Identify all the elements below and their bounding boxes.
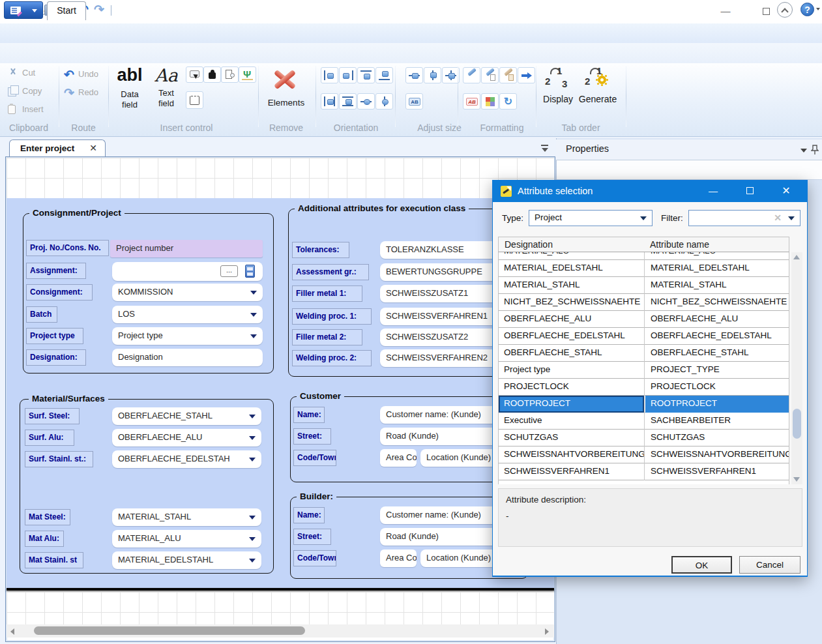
attribute-cell[interactable]: SACHBEARBEITER [645, 413, 789, 430]
table-row[interactable]: MATERIAL_EDELSTAHLMATERIAL_EDELSTAHL [499, 260, 789, 277]
same-height-button[interactable] [424, 67, 441, 83]
scroll-right-arrow-icon[interactable] [545, 628, 549, 635]
attribute-cell[interactable]: MATERIAL_EDELSTAHL [645, 260, 789, 277]
attribute-cell[interactable]: ROOTPROJECT [645, 396, 789, 413]
batch-dropdown[interactable]: LOS [112, 306, 263, 323]
insert-image-control-button[interactable]: Ψ [239, 66, 256, 83]
table-row[interactable]: MATERIAL_STAHLMATERIAL_STAHL [499, 277, 789, 294]
table-row[interactable]: OBERFLAECHE_ALUOBERFLAECHE_ALU [499, 311, 789, 328]
mat-stainless-dropdown[interactable]: MATERIAL_EDELSTAHL [112, 551, 261, 569]
redo-button[interactable]: ↷ [94, 3, 108, 17]
scroll-down-arrow-icon[interactable] [793, 477, 800, 482]
insert-document-control-button[interactable] [221, 66, 239, 83]
project-type-dropdown[interactable]: Project type [112, 327, 263, 345]
scrollbar-thumb[interactable] [793, 409, 801, 439]
app-menu-button[interactable] [4, 1, 43, 19]
scroll-up-arrow-icon[interactable] [793, 255, 800, 259]
attribute-cell[interactable]: PROJECTLOCK [645, 379, 789, 396]
designation-cell[interactable]: OBERFLAECHE_EDELSTAHL [499, 328, 645, 345]
align-top-button[interactable] [357, 67, 375, 83]
designation-cell[interactable]: Executive [499, 413, 645, 430]
table-row[interactable]: SCHUTZGASSCHUTZGAS [499, 430, 789, 446]
designation-cell[interactable]: SCHUTZGAS [499, 430, 645, 446]
designation-cell[interactable]: Project type [499, 362, 645, 379]
table-row[interactable]: NICHT_BEZ_SCHWEISSNAEHTENICHT_BEZ_SCHWEI… [499, 294, 789, 311]
database-icon[interactable] [245, 265, 255, 278]
center-vertical-button[interactable] [375, 93, 393, 110]
align-right-button[interactable] [339, 67, 357, 83]
display-tab-order-button[interactable]: 1 2 3 Display [541, 65, 575, 104]
tab-start[interactable]: Start [47, 1, 86, 20]
table-row[interactable]: OBERFLAECHE_STAHLOBERFLAECHE_STAHL [499, 345, 789, 362]
tab-list-menu-button[interactable] [540, 143, 550, 153]
mat-steel-dropdown[interactable]: MATERIAL_STAHL [112, 508, 261, 526]
reset-format-button[interactable]: ↻ [499, 93, 517, 110]
designation-cell[interactable]: SCHWEISSVERFAHREN1 [499, 463, 645, 480]
dialog-close-button[interactable]: ✕ [776, 184, 797, 199]
designation-cell[interactable]: NICHT_BEZ_SCHWEISSNAEHTE [499, 294, 645, 311]
scroll-left-arrow-icon[interactable] [10, 628, 14, 635]
assignment-field[interactable] [112, 262, 263, 281]
size-to-text-button[interactable]: AB [405, 93, 423, 110]
table-row-selected[interactable]: ROOTPROJECTROOTPROJECT [499, 396, 789, 413]
help-chevron-down-icon[interactable] [816, 8, 820, 10]
attribute-table[interactable]: MATERIAL_ALUMATERIAL_ALU MATERIAL_EDELST… [498, 252, 789, 484]
scrollbar-thumb[interactable] [34, 626, 305, 635]
attribute-cell[interactable]: SCHWEISSVERFAHREN1 [645, 463, 789, 480]
browse-button[interactable]: ... [220, 265, 238, 277]
cancel-button[interactable]: Cancel [739, 556, 800, 574]
attribute-cell[interactable]: OBERFLAECHE_ALU [645, 311, 789, 328]
column-attribute-name[interactable]: Attribute name [650, 239, 709, 250]
designation-cell[interactable]: MATERIAL_EDELSTAHL [499, 260, 645, 277]
attribute-cell[interactable]: OBERFLAECHE_STAHL [645, 345, 789, 362]
surf-stainless-dropdown[interactable]: OBERFLAECHE_EDELSTAH [112, 450, 261, 468]
designation-field[interactable]: Designation [112, 349, 263, 366]
document-tab-enter-project[interactable]: Enter project ✕ [9, 139, 106, 157]
attribute-cell[interactable]: PROJECT_TYPE [645, 362, 789, 379]
filter-combobox[interactable]: ✕ [688, 210, 800, 226]
dialog-minimize-button[interactable]: — [703, 184, 724, 199]
same-size-button[interactable] [442, 67, 460, 83]
apply-format-button[interactable] [518, 67, 535, 83]
distribute-horizontal-button[interactable] [321, 93, 338, 110]
designation-cell[interactable]: PROJECTLOCK [499, 379, 645, 396]
align-left-button[interactable] [321, 67, 338, 83]
dialog-maximize-button[interactable] [739, 184, 760, 199]
dialog-title-bar[interactable]: Attribute selection — ✕ [493, 181, 807, 202]
attribute-cell[interactable]: MATERIAL_ALU [645, 252, 789, 260]
align-bottom-button[interactable] [375, 67, 393, 83]
data-field-button[interactable]: abl Data field [115, 65, 145, 110]
designation-cell[interactable]: ROOTPROJECT [499, 396, 645, 413]
color-palette-button[interactable] [481, 93, 499, 110]
attribute-cell[interactable]: OBERFLAECHE_EDELSTAHL [645, 328, 789, 345]
attribute-cell[interactable]: NICHT_BEZ_SCHWEISSNAEHTE [645, 294, 789, 311]
same-width-button[interactable] [405, 67, 423, 83]
type-dropdown[interactable]: Project [529, 210, 653, 226]
distribute-vertical-button[interactable] [339, 93, 357, 110]
collapse-ribbon-button[interactable] [777, 2, 793, 18]
customer-area-code-field[interactable]: Area Code [380, 449, 417, 467]
maximize-button[interactable] [756, 5, 776, 18]
center-horizontal-button[interactable] [357, 93, 375, 110]
attribute-cell[interactable]: SCHUTZGAS [645, 430, 789, 446]
builder-area-code-field[interactable]: Area Code [380, 549, 417, 567]
properties-chevron-down-icon[interactable] [800, 149, 807, 153]
help-button[interactable]: ? [800, 3, 814, 16]
clear-filter-icon[interactable]: ✕ [774, 212, 782, 223]
attribute-cell[interactable]: MATERIAL_STAHL [645, 277, 789, 294]
insert-frame-control-button[interactable] [186, 91, 203, 109]
text-field-button[interactable]: Aa Text field [151, 65, 181, 109]
table-row[interactable]: ExecutiveSACHBEARBEITER [499, 413, 789, 430]
consignment-dropdown[interactable]: KOMMISSION [112, 284, 263, 301]
ok-button[interactable]: OK [671, 556, 732, 574]
copy-format-button[interactable] [463, 67, 480, 83]
table-row[interactable]: SCHWEISSVERFAHREN1SCHWEISSVERFAHREN1 [499, 463, 789, 480]
designation-cell[interactable]: MATERIAL_ALU [499, 252, 645, 260]
insert-plugin-control-button[interactable] [203, 66, 221, 83]
mat-alu-dropdown[interactable]: MATERIAL_ALU [112, 530, 261, 548]
font-button[interactable]: AB [463, 93, 480, 110]
copy-format-page-button[interactable] [481, 67, 499, 83]
table-row[interactable]: SCHWEISSNAHTVORBEREITUNGSCHWEISSNAHTVORB… [499, 446, 789, 463]
column-designation[interactable]: Designation [505, 239, 553, 250]
minimize-button[interactable]: — [716, 5, 735, 18]
